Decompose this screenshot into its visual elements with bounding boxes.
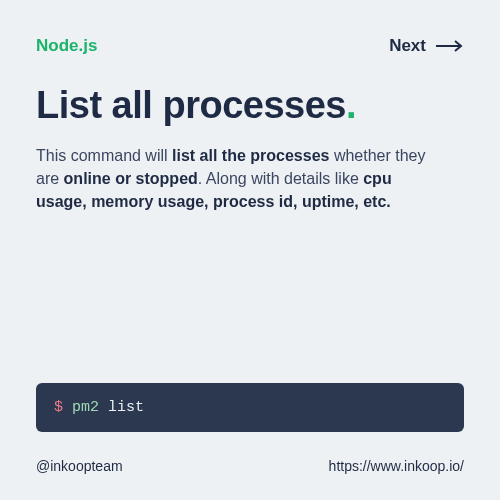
next-label: Next xyxy=(389,36,426,56)
code-command: pm2 xyxy=(72,399,99,416)
arrow-right-icon xyxy=(436,40,464,52)
title-text: List all processes xyxy=(36,84,346,126)
code-block: $ pm2 list xyxy=(36,383,464,432)
code-prompt: $ xyxy=(54,399,63,416)
brand-label: Node.js xyxy=(36,36,97,56)
desc-part: . Along with details like xyxy=(198,170,363,187)
next-link[interactable]: Next xyxy=(389,36,464,56)
desc-bold: list all the processes xyxy=(172,147,329,164)
footer-url: https://www.inkoop.io/ xyxy=(329,458,464,474)
footer: @inkoopteam https://www.inkoop.io/ xyxy=(36,458,464,474)
description: This command will list all the processes… xyxy=(36,144,446,214)
page-title: List all processes. xyxy=(36,86,464,126)
desc-bold: online or stopped xyxy=(64,170,198,187)
footer-handle: @inkoopteam xyxy=(36,458,123,474)
code-arg: list xyxy=(108,399,144,416)
topbar: Node.js Next xyxy=(36,36,464,56)
desc-part: This command will xyxy=(36,147,172,164)
title-dot: . xyxy=(346,84,356,126)
